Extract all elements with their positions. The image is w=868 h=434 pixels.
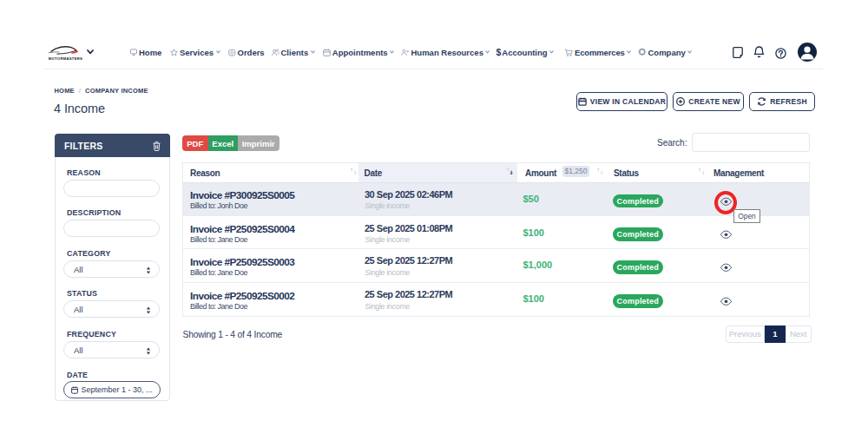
svg-text:MOTORMASTERS: MOTORMASTERS [49,56,82,61]
